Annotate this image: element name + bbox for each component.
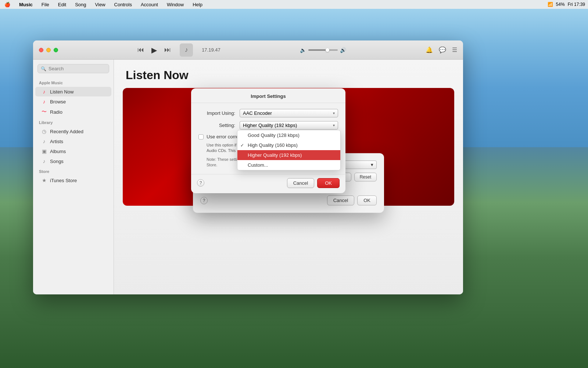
menubar-right: 📶 54% Fri 17:39: [548, 2, 585, 7]
dropdown-item-128[interactable]: Good Quality (128 kbps): [237, 130, 340, 140]
import-using-label: Import Using:: [198, 110, 235, 116]
import-setting-arrow: ▾: [333, 123, 335, 127]
import-dialog-actions: Cancel OK: [287, 178, 340, 188]
menubar-left: 🍎 Music File Edit Song View Controls Acc…: [3, 1, 204, 8]
import-setting-select[interactable]: Higher Quality (192 kbps) ▾ Good Quality…: [240, 121, 338, 130]
rewind-button[interactable]: ⏮: [137, 46, 144, 54]
edit-menu[interactable]: Edit: [57, 1, 68, 8]
import-using-select[interactable]: AAC Encoder ▾: [240, 109, 338, 117]
volume-knob: [326, 48, 329, 52]
import-help-button[interactable]: ?: [197, 179, 204, 187]
reset-button[interactable]: Reset: [354, 173, 377, 181]
search-input[interactable]: [49, 66, 106, 71]
store-section-label: Store: [33, 166, 114, 175]
help-menu[interactable]: Help: [191, 1, 204, 8]
time-display: 17.19.47: [202, 47, 220, 53]
import-setting-value: Higher Quality (192 kbps) ▾ Good Quality…: [240, 121, 338, 130]
listen-now-icon: ♪: [41, 89, 47, 95]
import-cancel-button[interactable]: Cancel: [287, 178, 314, 188]
sidebar: 🔍 Apple Music ♪ Listen Now ♪ Browse 〜 Ra…: [33, 60, 114, 294]
window-menu[interactable]: Window: [165, 1, 185, 8]
volume-high-icon: 🔊: [340, 47, 346, 53]
cd-import-using-arrow: ▾: [371, 162, 373, 167]
listen-now-label: Listen Now: [50, 89, 74, 95]
import-dialog-footer: ? Cancel OK: [191, 174, 345, 193]
menubar: 🍎 Music File Edit Song View Controls Acc…: [0, 0, 588, 9]
notifications-icon[interactable]: 🔔: [426, 46, 433, 53]
listen-now-header: Listen Now: [114, 60, 463, 88]
controls-menu[interactable]: Controls: [113, 1, 133, 8]
artists-icon: ♪: [41, 138, 47, 144]
import-setting-label: Setting:: [198, 123, 235, 128]
cd-ok-button[interactable]: OK: [357, 195, 377, 205]
volume-control: 🔈 🔊: [300, 47, 346, 53]
sidebar-item-artists[interactable]: ♪ Artists: [35, 137, 111, 146]
file-menu[interactable]: File: [40, 1, 51, 8]
sidebar-item-recently-added[interactable]: ◷ Recently Added: [35, 127, 111, 136]
queue-icon[interactable]: ☰: [452, 46, 457, 53]
cd-settings-footer: ? Cancel OK: [200, 195, 377, 205]
fast-forward-button[interactable]: ⏭: [164, 46, 171, 54]
itunes-store-icon: ★: [41, 177, 47, 183]
song-menu[interactable]: Song: [74, 1, 87, 8]
quality-dropdown: Good Quality (128 kbps) ✓ High Quality (…: [237, 130, 341, 170]
app-name-menu[interactable]: Music: [18, 1, 34, 8]
import-using-row: Import Using: AAC Encoder ▾: [198, 109, 338, 117]
radio-icon: 〜: [41, 109, 47, 115]
albums-label: Albums: [50, 149, 66, 154]
sidebar-item-albums[interactable]: ▣ Albums: [35, 146, 111, 156]
view-menu[interactable]: View: [94, 1, 107, 8]
maximize-button[interactable]: [54, 48, 58, 52]
search-icon: 🔍: [41, 66, 46, 71]
play-button[interactable]: ▶: [151, 46, 157, 54]
sidebar-item-songs[interactable]: ♪ Songs: [35, 156, 111, 166]
dropdown-item-192[interactable]: Higher Quality (192 kbps): [237, 150, 340, 160]
clock: Fri 17:39: [568, 2, 585, 7]
library-section-label: Library: [33, 117, 114, 126]
import-settings-dialog: Import Settings Import Using: AAC Encode…: [191, 88, 345, 193]
lyrics-icon[interactable]: 💬: [439, 46, 446, 53]
albums-icon: ▣: [41, 148, 47, 154]
wifi-icon: 📶: [548, 2, 553, 7]
sidebar-item-radio[interactable]: 〜 Radio: [35, 107, 111, 117]
import-settings-title: Import Settings: [191, 88, 345, 103]
album-art: ♪: [180, 43, 193, 57]
import-using-value: AAC Encoder ▾: [240, 109, 338, 117]
titlebar-right-icons: 🔔 💬 ☰: [426, 46, 457, 53]
close-button[interactable]: [39, 48, 43, 52]
radio-label: Radio: [50, 109, 62, 115]
browse-icon: ♪: [41, 99, 47, 105]
battery-status: 54%: [556, 2, 565, 7]
titlebar: ⏮ ▶ ⏭ ♪ 17.19.47 🔈 🔊 🔔 💬 ☰: [33, 40, 463, 60]
check-icon-160: ✓: [240, 143, 244, 148]
import-dialog-body: Import Using: AAC Encoder ▾ Setting: Hig…: [191, 103, 345, 174]
recently-added-label: Recently Added: [50, 129, 83, 134]
dropdown-item-160[interactable]: ✓ High Quality (160 kbps): [237, 140, 340, 150]
songs-icon: ♪: [41, 158, 47, 164]
itunes-store-label: iTunes Store: [50, 178, 77, 183]
songs-label: Songs: [50, 159, 64, 164]
apple-music-section-label: Apple Music: [33, 78, 114, 86]
transport-controls: ⏮ ▶ ⏭: [137, 46, 171, 54]
error-correction-checkbox[interactable]: [198, 134, 204, 139]
sidebar-item-browse[interactable]: ♪ Browse: [35, 97, 111, 106]
search-box[interactable]: 🔍: [37, 64, 109, 73]
sidebar-item-itunes-store[interactable]: ★ iTunes Store: [35, 176, 111, 185]
account-menu[interactable]: Account: [139, 1, 159, 8]
volume-low-icon: 🔈: [300, 47, 306, 53]
import-setting-row: Setting: Higher Quality (192 kbps) ▾ Goo…: [198, 121, 338, 130]
recently-added-icon: ◷: [41, 128, 47, 134]
cd-help-button[interactable]: ?: [200, 197, 208, 204]
minimize-button[interactable]: [46, 48, 51, 52]
sidebar-item-listen-now[interactable]: ♪ Listen Now: [35, 87, 111, 96]
browse-label: Browse: [50, 99, 66, 105]
apple-menu[interactable]: 🍎: [3, 1, 12, 8]
dropdown-item-custom[interactable]: Custom...: [237, 160, 340, 170]
cd-cancel-button[interactable]: Cancel: [327, 195, 354, 205]
volume-slider[interactable]: [308, 49, 338, 51]
titlebar-controls: ⏮ ▶ ⏭ ♪ 17.19.47: [137, 43, 220, 57]
import-ok-button[interactable]: OK: [317, 178, 340, 188]
artists-label: Artists: [50, 139, 63, 144]
import-using-arrow: ▾: [333, 111, 335, 115]
window-controls: [39, 48, 58, 52]
